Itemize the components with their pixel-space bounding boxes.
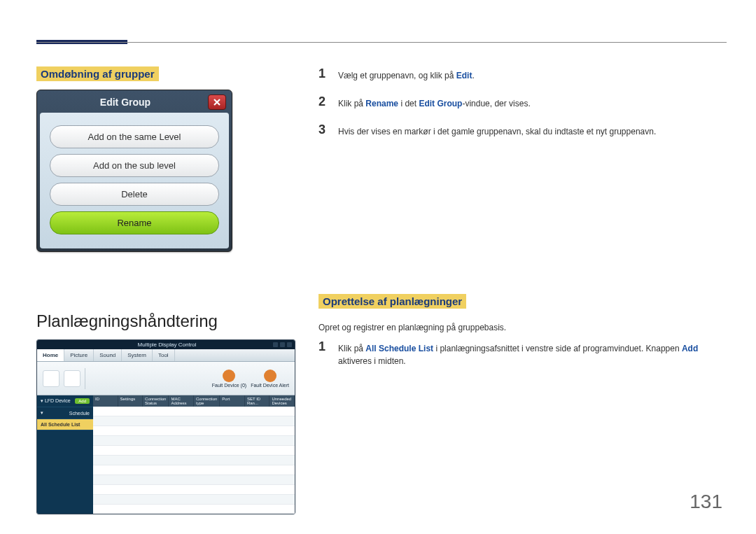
keyword-all-schedule-list: All Schedule List [365,344,433,353]
step-number: 3 [318,122,331,137]
page-number: 131 [690,491,722,513]
step-number: 1 [318,339,331,354]
keyword-add: Add [682,344,698,353]
window-max-icon [280,342,285,347]
tab-home[interactable]: Home [37,349,64,361]
keyword-edit: Edit [456,71,472,80]
tab-sound[interactable]: Sound [94,349,122,361]
column-header: Unneeded Devices [270,395,295,407]
schedule-app-screenshot: Multiple Display Control Home Picture So… [36,339,295,514]
app-main: ID Settings Connection Status MAC Addres… [93,395,295,514]
window-close-icon [287,342,292,347]
column-header: Connection Status [143,395,169,407]
app-toolbar: Fault Device (0) Fault Device Alert [37,362,295,395]
column-header: Port [220,395,245,407]
table-row [93,407,295,416]
edit-group-dialog: Edit Group Add on the same Level Add on … [36,90,232,252]
create-steps-list: 1 Klik på All Schedule List i planlægnin… [318,339,727,367]
sidebar-add-button[interactable]: Add [75,398,90,404]
tab-system[interactable]: System [122,349,153,361]
toolbar-separator [85,368,85,389]
rename-groups-heading: Omdøbning af grupper [36,66,159,81]
column-header: ID [93,395,118,407]
schedule-management-heading: Planlægningshåndtering [36,311,295,331]
table-row [93,465,295,475]
table-header: ID Settings Connection Status MAC Addres… [93,395,295,407]
step-text: Hvis der vises en markør i det gamle gru… [338,122,656,138]
table-row [93,426,295,436]
sidebar-schedule[interactable]: ▾ Schedule [37,407,93,419]
table-row [93,475,295,485]
dialog-close-button[interactable] [208,94,226,110]
create-schedule-intro: Opret og registrer en planlægning på gru… [318,323,727,332]
step-text: Klik på All Schedule List i planlægnings… [338,339,727,367]
add-same-level-button[interactable]: Add on the same Level [50,125,219,148]
add-sub-level-button[interactable]: Add on the sub level [50,154,219,177]
rename-steps-list: 1 Vælg et gruppenavn, og klik på Edit. 2… [318,66,727,138]
create-schedule-heading: Oprettelse af planlægninger [318,294,466,309]
table-row [93,456,295,465]
table-grid [93,407,295,514]
column-header: Connection type [194,395,220,407]
table-row [93,485,295,495]
delete-button[interactable]: Delete [50,183,219,206]
table-row [93,436,295,446]
tab-picture[interactable]: Picture [64,349,94,361]
app-tabs: Home Picture Sound System Tool [37,349,295,362]
warning-icon [223,370,235,382]
tab-tool[interactable]: Tool [153,349,175,361]
column-header: SET ID Ran... [245,395,270,407]
header-rule [36,42,727,43]
column-header: MAC Address [169,395,194,407]
window-min-icon [273,342,278,347]
dialog-title: Edit Group [43,97,208,108]
window-controls [273,342,292,347]
app-title: Multiple Display Control [137,342,196,348]
dialog-titlebar: Edit Group [37,90,232,113]
table-row [93,495,295,505]
keyword-edit-group: Edit Group [419,99,462,108]
sidebar-lfd-device[interactable]: ▾ LFD Device Add [37,395,93,407]
fault-alert-link[interactable]: Fault Device Alert [251,370,289,388]
step-number: 2 [318,94,331,109]
fault-device-link[interactable]: Fault Device (0) [212,370,246,388]
close-icon [213,98,221,106]
step-text: Vælg et gruppenavn, og klik på Edit. [338,66,475,82]
table-row [93,416,295,426]
dialog-body: Add on the same Level Add on the sub lev… [40,113,229,248]
toolbar-button[interactable] [64,370,80,387]
app-sidebar: ▾ LFD Device Add ▾ Schedule All Schedule… [37,395,93,514]
sidebar-all-schedule-list[interactable]: All Schedule List [37,419,93,430]
toolbar-button[interactable] [43,370,59,387]
keyword-rename: Rename [365,99,398,108]
warning-icon [264,370,276,382]
step-text: Klik på Rename i det Edit Group-vindue, … [338,94,531,110]
app-titlebar: Multiple Display Control [37,340,295,349]
rename-button[interactable]: Rename [50,211,219,234]
column-header: Settings [118,395,144,407]
table-row [93,446,295,456]
step-number: 1 [318,66,331,81]
